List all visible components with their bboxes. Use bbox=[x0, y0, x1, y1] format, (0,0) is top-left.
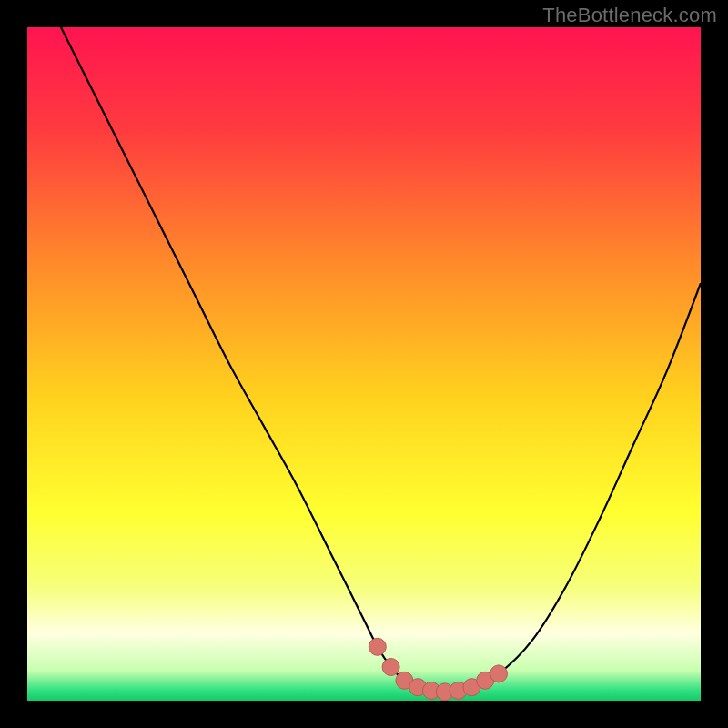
watermark-text: TheBottleneck.com bbox=[542, 4, 717, 27]
marker-dot bbox=[490, 665, 508, 682]
marker-dot bbox=[369, 638, 386, 655]
plot-area bbox=[27, 27, 701, 701]
chart-frame: TheBottleneck.com bbox=[0, 0, 728, 728]
marker-dot bbox=[382, 659, 399, 676]
chart-svg bbox=[27, 27, 701, 701]
gradient-background bbox=[27, 27, 701, 701]
